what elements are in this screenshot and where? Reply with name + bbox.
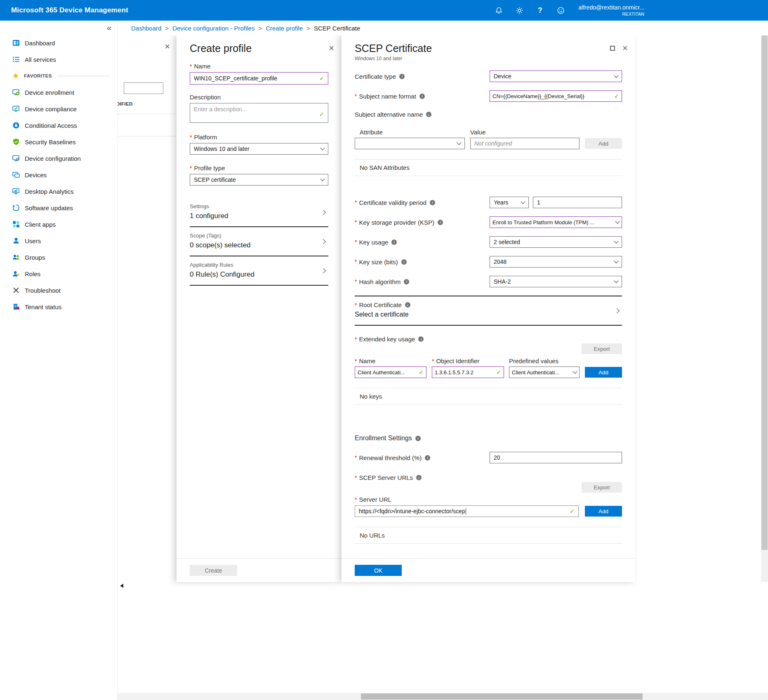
sidebar-item-software-updates[interactable]: Software updates xyxy=(0,200,117,216)
server-url-input[interactable]: https://<fqdn>/intune-ejbc-connector/sce… xyxy=(355,505,579,517)
sidebar-item-devices[interactable]: Devices xyxy=(0,167,117,183)
search-input-fragment[interactable] xyxy=(124,82,163,94)
renewal-threshold-input[interactable]: 20 xyxy=(490,452,622,463)
key-size-select[interactable]: 2048 xyxy=(490,256,622,268)
dashboard-icon xyxy=(12,39,20,47)
description-input[interactable]: Enter a description... ✓ xyxy=(190,103,328,123)
required-marker: * xyxy=(355,93,357,99)
sidebar-item-all-services[interactable]: All services xyxy=(0,51,117,68)
info-icon[interactable]: i xyxy=(405,302,410,308)
breadcrumb: Dashboard > Device configuration - Profi… xyxy=(118,21,768,35)
key-size-label: * Key size (bits) i xyxy=(355,258,490,265)
create-button[interactable]: Create xyxy=(190,565,237,576)
column-header-fragment: DIFIED xyxy=(118,101,133,106)
platform-select[interactable]: Windows 10 and later xyxy=(190,143,328,155)
settings-row[interactable]: Settings 1 configured xyxy=(190,198,328,227)
info-icon[interactable]: i xyxy=(419,94,425,99)
feedback-smiley-icon[interactable] xyxy=(550,0,571,21)
eku-name-input[interactable]: Client Authenticati... ✓ xyxy=(355,366,426,378)
sidebar-item-groups[interactable]: Groups xyxy=(0,249,117,265)
sidebar-item-dashboard[interactable]: Dashboard xyxy=(0,35,117,51)
close-icon[interactable]: × xyxy=(165,41,170,52)
sidebar-collapse-button[interactable]: « xyxy=(0,21,117,35)
info-icon[interactable]: i xyxy=(415,436,421,441)
validity-unit-select[interactable]: Years xyxy=(490,197,529,208)
scep-title: SCEP Certificate xyxy=(355,42,432,54)
validity-value-input[interactable]: 1 xyxy=(533,197,622,208)
sidebar-item-device-enrollment[interactable]: Device enrollment xyxy=(0,84,117,101)
url-add-button[interactable]: Add xyxy=(585,506,622,517)
subject-name-format-input[interactable]: CN={{DeviceName}}_{{Device_Serial}} ✓ xyxy=(490,90,622,102)
validity-unit-value: Years xyxy=(494,199,508,206)
app-title: Microsoft 365 Device Management xyxy=(11,6,128,14)
close-icon[interactable]: × xyxy=(622,44,628,53)
create-profile-panel: Create profile × * Name WIN10_SCEP_certi… xyxy=(177,35,342,582)
platform-label: * Platform xyxy=(190,134,328,141)
renewal-threshold-label: * Renewal threshold (%) i xyxy=(355,454,490,461)
vertical-scrollbar-thumb[interactable] xyxy=(761,35,768,550)
san-attribute-select[interactable] xyxy=(355,138,465,149)
sidebar-item-security-baselines[interactable]: Security Baselines xyxy=(0,134,117,150)
sidebar-item-label: Device configuration xyxy=(25,155,81,162)
required-marker: * xyxy=(355,336,357,343)
ok-button[interactable]: OK xyxy=(355,565,402,576)
vertical-scrollbar[interactable] xyxy=(761,35,768,582)
certificate-type-select[interactable]: Device xyxy=(490,70,622,82)
info-icon[interactable]: i xyxy=(430,200,435,205)
sidebar-item-troubleshoot[interactable]: Troubleshoot xyxy=(0,282,117,298)
chevron-down-icon xyxy=(614,239,618,243)
info-icon[interactable]: i xyxy=(425,455,430,460)
sidebar-item-roles[interactable]: Roles xyxy=(0,265,117,282)
info-icon[interactable]: i xyxy=(416,475,422,480)
scope-tags-row[interactable]: Scope (Tags) 0 scope(s) selected xyxy=(190,227,328,256)
applicability-rules-row[interactable]: Applicability Rules 0 Rule(s) Configured xyxy=(190,256,328,286)
info-icon[interactable]: i xyxy=(401,259,407,265)
breadcrumb-dashboard[interactable]: Dashboard xyxy=(131,25,161,32)
chevron-down-icon xyxy=(320,146,325,150)
ksp-select[interactable]: Enroll to Trusted Platform Module (TPM) … xyxy=(490,216,622,228)
info-icon[interactable]: i xyxy=(418,336,424,342)
root-certificate-row[interactable]: * Root Certificate i Select a certificat… xyxy=(355,296,622,326)
eku-export-button[interactable]: Export xyxy=(582,343,622,354)
help-icon[interactable]: ? xyxy=(530,0,550,21)
breadcrumb-profiles[interactable]: Device configuration - Profiles xyxy=(172,25,254,32)
sidebar-item-device-configuration[interactable]: Device configuration xyxy=(0,150,117,167)
san-add-button[interactable]: Add xyxy=(585,138,622,149)
close-icon[interactable]: × xyxy=(329,44,334,53)
profile-name-input[interactable]: WIN10_SCEP_certificate_profile ✓ xyxy=(190,72,328,85)
scroll-left-arrow-icon[interactable] xyxy=(120,584,123,588)
key-usage-select[interactable]: 2 selected xyxy=(490,236,622,248)
profile-type-select[interactable]: SCEP certificate xyxy=(190,174,328,186)
maximize-icon[interactable] xyxy=(610,46,615,51)
sidebar-item-conditional-access[interactable]: Conditional Access xyxy=(0,117,117,134)
sidebar-item-label: Desktop Analytics xyxy=(25,188,73,195)
eku-add-button[interactable]: Add xyxy=(585,367,622,378)
valid-check-icon: ✓ xyxy=(416,369,424,376)
info-icon[interactable]: i xyxy=(399,74,405,79)
no-keys-text: No keys xyxy=(355,388,622,404)
info-icon[interactable]: i xyxy=(391,240,397,245)
topbar: Microsoft 365 Device Management ? alfred… xyxy=(0,0,768,21)
horizontal-scrollbar-thumb[interactable] xyxy=(361,693,643,700)
account-menu[interactable]: alfredo@rextitan.onmicr... REXTITAN xyxy=(578,4,644,17)
info-icon[interactable]: i xyxy=(438,220,443,225)
hash-algorithm-select[interactable]: SHA-2 xyxy=(490,276,622,287)
sidebar-item-tenant-status[interactable]: Tenant status xyxy=(0,298,117,315)
san-value-input[interactable]: Not configured xyxy=(470,138,580,149)
users-icon xyxy=(12,237,20,245)
horizontal-scrollbar[interactable] xyxy=(118,693,768,700)
help-glyph: ? xyxy=(538,6,542,15)
breadcrumb-create-profile[interactable]: Create profile xyxy=(266,25,303,32)
sidebar-item-device-compliance[interactable]: Device compliance xyxy=(0,101,117,117)
settings-gear-icon[interactable] xyxy=(509,0,530,21)
sidebar-item-client-apps[interactable]: Client apps xyxy=(0,216,117,233)
sidebar-item-desktop-analytics[interactable]: Desktop Analytics xyxy=(0,183,117,200)
sidebar-item-users[interactable]: Users xyxy=(0,233,117,249)
required-marker: * xyxy=(355,454,357,461)
urls-export-button[interactable]: Export xyxy=(582,482,622,493)
info-icon[interactable]: i xyxy=(404,279,409,284)
info-icon[interactable]: i xyxy=(426,112,431,117)
eku-oid-input[interactable]: 1.3.6.1.5.5.7.3.2 ✓ xyxy=(432,366,504,378)
notifications-bell-icon[interactable] xyxy=(488,0,509,21)
eku-predefined-select[interactable]: Client Authenticati... xyxy=(509,366,580,378)
